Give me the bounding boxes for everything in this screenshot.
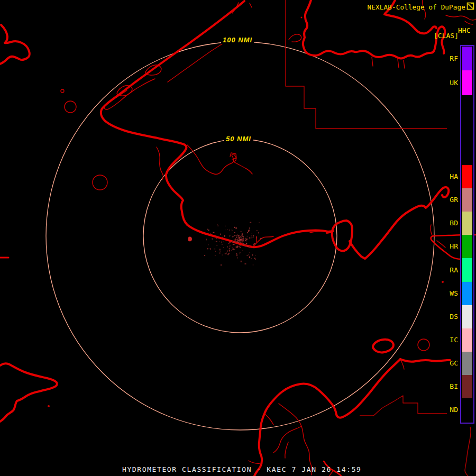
range-ring-100nmi-label: 100 NMI	[221, 36, 254, 44]
legend-swatch-HR	[462, 235, 472, 258]
brand-watermark: NEXLAB-College of DuPage	[368, 3, 465, 11]
product-title-bar: HYDROMETEOR CLASSIFICATION - KAEC 7 JAN …	[122, 465, 361, 473]
legend-label-HR: HR	[443, 243, 458, 250]
legend-swatch-BD	[462, 212, 472, 235]
legend-label-GC: GC	[443, 360, 458, 367]
legend-label-IC: IC	[443, 336, 458, 344]
legend-swatch-IC	[462, 328, 472, 352]
legend-swatch-WS	[462, 282, 472, 305]
cod-logo-icon	[466, 2, 474, 10]
legend-swatch-ND	[462, 398, 472, 422]
radar-echoes	[204, 222, 262, 266]
legend-swatch-GC	[462, 352, 472, 375]
county-borders	[286, 0, 471, 476]
legend-label-GR: GR	[443, 196, 458, 204]
legend-label-RF: RF	[443, 55, 458, 62]
coastlines-thick	[0, 0, 475, 476]
legend-label-ND: ND	[443, 406, 458, 414]
product-id-label: HHC	[458, 27, 470, 34]
legend-swatch-RF	[462, 47, 472, 70]
legend-label-WS: WS	[443, 290, 458, 297]
legend-label-BD: BD	[443, 219, 458, 227]
radar-map	[0, 0, 476, 476]
coastlines-thin	[48, 0, 476, 476]
legend-swatch-HA	[462, 165, 472, 188]
legend-label-HA: HA	[443, 173, 458, 180]
legend-swatch-UK	[462, 70, 472, 95]
radar-viewer: NEXLAB-College of DuPage HHC [CLAS] 100 …	[0, 0, 476, 476]
legend-swatch-DS	[462, 305, 472, 328]
legend-label-RA: RA	[443, 267, 458, 274]
legend-label-UK: UK	[443, 79, 458, 87]
legend-swatch-BI	[462, 375, 472, 398]
range-ring-50nmi-label: 50 NMI	[224, 135, 253, 143]
legend-label-DS: DS	[443, 313, 458, 321]
legend-label-BI: BI	[443, 383, 458, 390]
product-class-label: [CLAS]	[434, 32, 459, 40]
legend-swatch-RA	[462, 258, 472, 282]
legend-swatch-GR	[462, 188, 472, 212]
